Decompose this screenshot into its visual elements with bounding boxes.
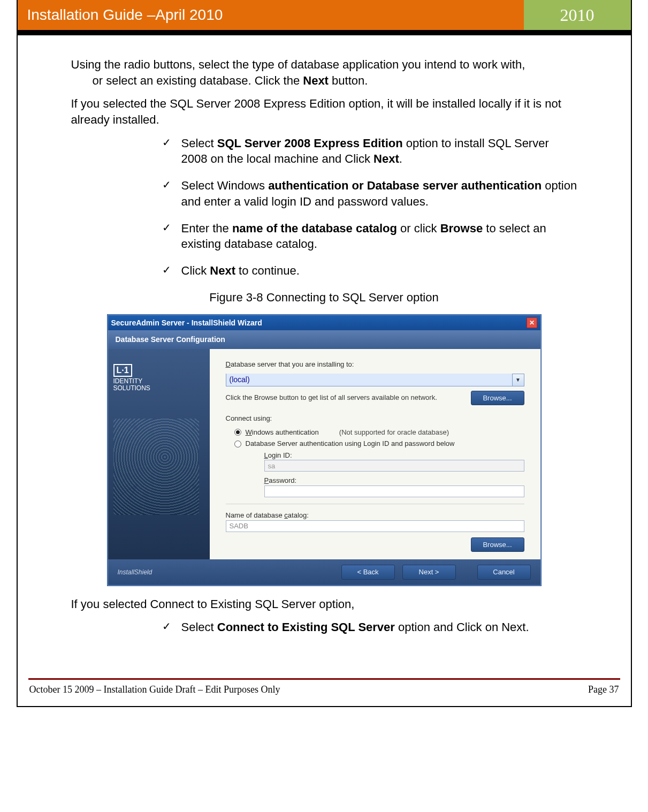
checklist: Select SQL Server 2008 Express Edition o… bbox=[162, 135, 577, 279]
login-input[interactable] bbox=[264, 460, 524, 472]
paragraph-sql-note: If you selected the SQL Server 2008 Expr… bbox=[71, 96, 577, 127]
catalog-label: Name of database catalog: bbox=[226, 511, 524, 520]
dialog-subtitle: Database Server Configuration bbox=[108, 330, 540, 349]
radio-icon bbox=[234, 429, 241, 436]
radio-db-auth[interactable]: Database Server authentication using Log… bbox=[234, 439, 524, 449]
server-combobox[interactable]: (local) ▼ bbox=[226, 374, 524, 386]
text: Enter the bbox=[181, 222, 232, 235]
checklist-item: Click Next to continue. bbox=[162, 263, 577, 279]
server-label: Database server that you are installing … bbox=[226, 360, 524, 369]
body-content: Using the radio buttons, select the type… bbox=[18, 35, 631, 657]
paragraph-intro: Using the radio buttons, select the type… bbox=[71, 57, 577, 88]
header-year: 2010 bbox=[524, 0, 631, 30]
text: or select an existing database. Click th… bbox=[93, 74, 303, 87]
dialog-titlebar: SecureAdmin Server - InstallShield Wizar… bbox=[108, 315, 540, 330]
radio-label: Database Server authentication using Log… bbox=[246, 439, 455, 449]
text: or click bbox=[397, 222, 440, 235]
dialog-title: SecureAdmin Server - InstallShield Wizar… bbox=[111, 318, 527, 328]
server-value: (local) bbox=[226, 374, 512, 386]
text: button. bbox=[329, 74, 368, 87]
radio-label: indows authentication bbox=[252, 428, 319, 436]
logo-text: SOLUTIONS bbox=[113, 384, 150, 392]
separator bbox=[226, 504, 524, 504]
text: option and Click on Next. bbox=[395, 620, 529, 634]
header-title: Installation Guide –April 2010 bbox=[18, 0, 524, 30]
checklist-item: Enter the name of the database catalog o… bbox=[162, 221, 577, 252]
browse-servers-button[interactable]: Browse... bbox=[471, 391, 524, 406]
text: Using the radio buttons, select the type… bbox=[71, 58, 525, 71]
browse-catalog-button[interactable]: Browse... bbox=[471, 537, 524, 552]
text: Select bbox=[181, 136, 217, 150]
logo-text: IDENTITY bbox=[113, 377, 143, 385]
page-footer: October 15 2009 – Installation Guide Dra… bbox=[18, 684, 631, 701]
catalog-input[interactable] bbox=[226, 520, 524, 532]
password-input[interactable] bbox=[264, 485, 524, 497]
close-icon[interactable]: ✕ bbox=[527, 317, 537, 328]
installshield-dialog: SecureAdmin Server - InstallShield Wizar… bbox=[108, 315, 541, 585]
installshield-label: InstallShield bbox=[118, 568, 182, 576]
dialog-button-bar: InstallShield < Back Next > Cancel bbox=[108, 559, 540, 585]
text: . bbox=[399, 152, 402, 165]
text: to continue. bbox=[235, 264, 300, 277]
back-button[interactable]: < Back bbox=[341, 565, 395, 580]
paragraph-after-figure: If you selected Connect to Existing SQL … bbox=[71, 596, 577, 612]
checklist-2: Select Connect to Existing SQL Server op… bbox=[162, 619, 577, 635]
footer-left: October 15 2009 – Installation Guide Dra… bbox=[29, 684, 280, 695]
bold-next: Next bbox=[303, 74, 329, 87]
dialog-sidebar: L·1 IDENTITY SOLUTIONS bbox=[108, 349, 210, 559]
text: Select bbox=[181, 620, 217, 634]
login-label: Login ID: bbox=[264, 451, 524, 460]
figure-caption: Figure 3-8 Connecting to SQL Server opti… bbox=[71, 290, 577, 306]
bold: Next bbox=[373, 152, 399, 165]
cancel-button[interactable]: Cancel bbox=[477, 565, 531, 580]
login-block: Login ID: Password: bbox=[264, 451, 524, 497]
dialog-form: Database server that you are installing … bbox=[210, 349, 540, 559]
bold: Connect to Existing SQL Server bbox=[217, 620, 395, 634]
bold: SQL Server 2008 Express Edition bbox=[217, 136, 403, 150]
bold: authentication or Database server authen… bbox=[268, 179, 542, 192]
bold: name of the database catalog bbox=[232, 222, 397, 235]
checklist-item: Select SQL Server 2008 Express Edition o… bbox=[162, 135, 577, 167]
fingerprint-graphic bbox=[113, 419, 199, 515]
radio-windows-auth[interactable]: Windows authentication (Not supported fo… bbox=[234, 428, 524, 437]
footer-right: Page 37 bbox=[588, 684, 619, 695]
chevron-down-icon[interactable]: ▼ bbox=[512, 374, 524, 386]
page: Installation Guide –April 2010 2010 Usin… bbox=[17, 0, 632, 707]
connect-using-label: Connect using: bbox=[226, 414, 524, 423]
text: Select Windows bbox=[181, 179, 269, 192]
text: Click bbox=[181, 264, 210, 277]
logo-mark: L·1 bbox=[113, 364, 132, 377]
next-button[interactable]: Next > bbox=[402, 565, 456, 580]
header-divider bbox=[18, 30, 631, 35]
vendor-logo: L·1 IDENTITY SOLUTIONS bbox=[113, 364, 204, 392]
page-header: Installation Guide –April 2010 2010 bbox=[18, 0, 631, 30]
text: atabase server that you are installing t… bbox=[231, 360, 354, 368]
footer-rule bbox=[28, 678, 620, 680]
radio-icon bbox=[234, 441, 241, 447]
dialog-body: L·1 IDENTITY SOLUTIONS Database server t… bbox=[108, 349, 540, 559]
password-label: Password: bbox=[264, 476, 524, 485]
bold: Browse bbox=[440, 222, 483, 235]
checklist-item: Select Connect to Existing SQL Server op… bbox=[162, 619, 577, 635]
radio-note: (Not supported for oracle database) bbox=[339, 428, 449, 437]
browse-hint: Click the Browse button to get list of a… bbox=[226, 393, 466, 403]
auth-radio-group: Windows authentication (Not supported fo… bbox=[234, 428, 524, 497]
bold: Next bbox=[210, 264, 235, 277]
checklist-item: Select Windows authentication or Databas… bbox=[162, 178, 577, 209]
